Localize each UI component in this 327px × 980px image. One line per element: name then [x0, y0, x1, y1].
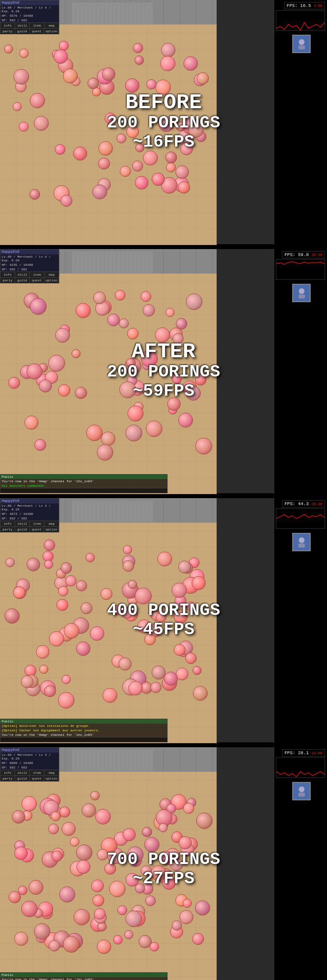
character-sp: SP: 502 / 502 [0, 765, 59, 770]
poring-sprite [135, 143, 144, 152]
nav-item[interactable]: item [30, 23, 45, 28]
character-name: HappyEnd [0, 0, 59, 5]
poring-sprite [25, 416, 38, 430]
nav-item[interactable]: item [30, 521, 45, 526]
nav-quest[interactable]: quest [30, 278, 45, 283]
nav-option[interactable]: option [44, 776, 59, 781]
character-lv: Lv.80 / Merchant / Lv 4 / Exp. 0.1% [0, 254, 59, 263]
chat-message: [Option] Cacher son équipement aux autre… [0, 728, 167, 733]
nav-option[interactable]: option [44, 527, 59, 532]
poring-sprite [174, 644, 186, 656]
nav-skill[interactable]: skill [15, 521, 30, 526]
nav-map[interactable]: map [45, 521, 59, 526]
nav-map[interactable]: map [45, 23, 59, 28]
poring-sprite [99, 141, 113, 156]
poring-sprite [124, 930, 133, 939]
game-floor [0, 249, 217, 494]
nav-party[interactable]: party [0, 29, 15, 34]
poring-sprite [92, 895, 104, 906]
poring-sprite [117, 905, 127, 915]
nav-info[interactable]: info [0, 770, 15, 775]
character-icon [292, 782, 311, 800]
nav-party[interactable]: party [0, 776, 15, 781]
poring-sprite [119, 657, 132, 670]
poring-sprite [184, 56, 198, 71]
app-container: HappyEnd Lv.80 / Merchant / Lv 4 / Exp. … [0, 0, 327, 980]
poring-sprite [90, 791, 100, 800]
mini-map-inner [72, 2, 153, 24]
nav-skill[interactable]: skill [15, 23, 30, 28]
poring-sprite [82, 803, 96, 817]
poring-sprite [195, 374, 206, 385]
fps-panel: FPS: 44.3 20-60 [274, 498, 327, 743]
poring-sprite [156, 612, 166, 623]
nav-guild[interactable]: guild [15, 29, 30, 34]
fps-graph [276, 10, 325, 31]
poring-sprite [125, 911, 142, 927]
poring-sprite [150, 942, 159, 951]
nav-party[interactable]: party [0, 527, 15, 532]
poring-sprite [144, 837, 159, 852]
nav-info[interactable]: info [0, 23, 15, 28]
nav-skill[interactable]: skill [15, 770, 30, 775]
poring-sprite [93, 292, 106, 304]
poring-sprite [27, 558, 40, 571]
nav-info[interactable]: info [0, 272, 15, 277]
poring-sprite [76, 580, 87, 591]
nav-map[interactable]: map [45, 272, 59, 277]
chat-message: You're now in the '#map' channel for 'lh… [0, 977, 167, 980]
nav-quest[interactable]: quest [30, 776, 45, 781]
poring-sprite [97, 849, 108, 860]
poring-sprite [34, 439, 46, 451]
nav-option[interactable]: option [44, 29, 59, 34]
fps-display: FPS: 44.3 20-60 [282, 500, 325, 508]
poring-sprite [5, 558, 15, 567]
nav-info[interactable]: info [0, 521, 15, 526]
poring-sprite [176, 122, 185, 131]
nav-item[interactable]: item [30, 770, 45, 775]
mini-map-window [72, 500, 153, 523]
nav-party[interactable]: party [0, 278, 15, 283]
poring-sprite [128, 681, 143, 695]
nav-option[interactable]: option [44, 278, 59, 283]
nav-guild[interactable]: guild [15, 278, 30, 283]
poring-sprite [36, 645, 49, 659]
poring-sprite [176, 318, 187, 330]
poring-sprite [29, 189, 40, 200]
poring-sprite [92, 185, 107, 199]
nav-quest[interactable]: quest [30, 29, 45, 34]
poring-sprite [90, 626, 104, 641]
poring-sprite [102, 67, 115, 81]
character-hp: HP: 3576 / 10488 [0, 13, 59, 18]
nav-row-2: party guild quest option [0, 526, 59, 532]
poring-sprite [116, 134, 126, 143]
character-name: HappyEnd [0, 249, 59, 254]
char-avatar-icon [296, 287, 308, 299]
poring-sprite [98, 158, 110, 169]
fps-value: FPS: 16.5 [287, 3, 311, 8]
poring-sprite [13, 102, 22, 111]
nav-quest[interactable]: quest [30, 527, 45, 532]
poring-sprite [167, 397, 181, 411]
svg-rect-3 [298, 294, 305, 298]
nav-item[interactable]: item [30, 272, 45, 277]
character-name: HappyEnd [0, 748, 59, 753]
nav-map[interactable]: map [45, 770, 59, 775]
poring-sprite [128, 405, 143, 421]
poring-sprite [157, 552, 172, 566]
mini-map-inner [72, 750, 153, 771]
poring-sprite [22, 796, 37, 811]
nav-guild[interactable]: guild [15, 776, 30, 781]
character-hp: HP: 4235 / 10488 [0, 263, 59, 267]
nav-skill[interactable]: skill [15, 272, 30, 277]
poring-sprite [21, 675, 34, 688]
poring-sprite [178, 181, 190, 194]
poring-sprite [44, 560, 53, 569]
poring-sprite [4, 45, 13, 53]
fps-graph [276, 508, 325, 529]
nav-guild[interactable]: guild [15, 527, 30, 532]
poring-sprite [73, 147, 87, 160]
poring-sprite [159, 823, 168, 832]
poring-sprite [196, 813, 213, 829]
character-sp: SP: 502 / 502 [0, 516, 59, 521]
